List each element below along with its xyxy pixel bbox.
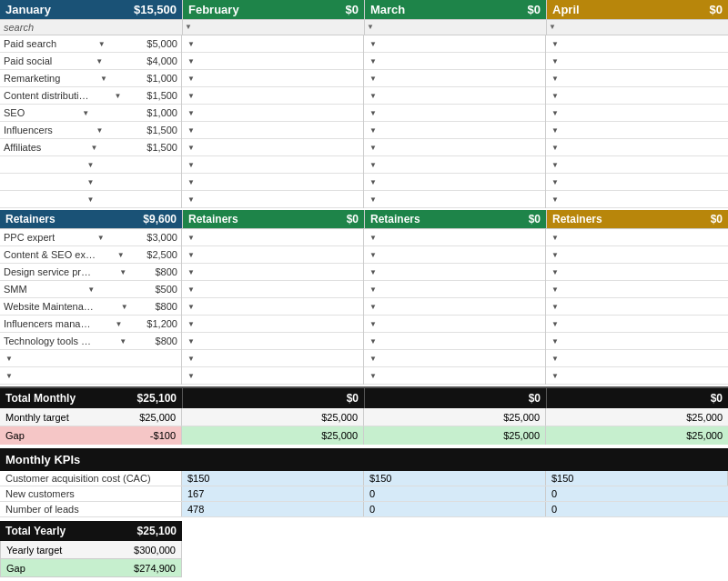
list-item: ▼ (546, 174, 728, 191)
list-item: ▼ (364, 229, 545, 246)
list-item: Technology tools …▼$800 (0, 333, 181, 350)
list-item: ▼ (364, 246, 545, 264)
feb-header: February $0 (182, 0, 364, 19)
kpi-newcust-jan: 167 (182, 486, 364, 501)
list-item: ▼ (364, 122, 545, 139)
kpi-cac-jan: $150 (182, 471, 364, 486)
list-item: ▼ (546, 229, 728, 246)
list-item: ▼ (546, 264, 728, 281)
list-item: ▼ (546, 191, 728, 208)
list-item: ▼ (546, 70, 728, 87)
list-item: SMM▼$500 (0, 281, 181, 298)
list-item: ▼ (0, 350, 181, 367)
list-item: ▼ (0, 156, 181, 174)
mar-retainer-header: Retainers $0 (364, 210, 546, 228)
list-item: ▼ (546, 122, 728, 139)
list-item: ▼ (0, 191, 181, 208)
list-item: Affiliates▼$1,500 (0, 139, 181, 156)
list-item: ▼ (364, 333, 545, 350)
kpi-cac-label: Customer acquisition cost (CAC) (0, 471, 182, 486)
list-item: ▼ (364, 35, 545, 53)
list-item: ▼ (546, 316, 728, 333)
list-item: ▼ (182, 156, 363, 174)
list-item: ▼ (182, 298, 363, 316)
kpi-leads-label: Number of leads (0, 502, 182, 516)
yearly-gap-row: Gap $274,900 (0, 559, 182, 577)
apr-total-monthly: $0 (546, 386, 728, 408)
apr-monthly-target: $25,000 (546, 408, 728, 426)
list-item: ▼ (182, 35, 363, 53)
list-item: ▼ (182, 174, 363, 191)
apr-search-empty: ▼ (546, 20, 728, 35)
list-item: ▼ (364, 281, 545, 298)
list-item: ▼ (364, 316, 545, 333)
kpi-cac-mar: $150 (546, 471, 728, 486)
apr-retainer-header: Retainers $0 (546, 210, 728, 228)
list-item: ▼ (546, 246, 728, 264)
list-item: ▼ (546, 105, 728, 122)
list-item: ▼ (364, 105, 545, 122)
list-item: ▼ (546, 298, 728, 316)
list-item: ▼ (182, 264, 363, 281)
mar-gap: $25,000 (364, 426, 546, 445)
list-item: ▼ (182, 87, 363, 105)
list-item: ▼ (546, 139, 728, 156)
apr-search-col: ▼ ▼ ▼ ▼ ▼ ▼ ▼ ▼ ▼ ▼ (546, 35, 728, 208)
jan-header: January $15,500 (0, 0, 182, 19)
list-item: ▼ (546, 156, 728, 174)
kpi-newcust-feb: 0 (364, 486, 546, 501)
list-item: ▼ (182, 333, 363, 350)
list-item: ▼ (182, 350, 363, 367)
list-item: ▼ (182, 105, 363, 122)
list-item: ▼ (364, 53, 545, 70)
kpi-newcust-mar: 0 (546, 486, 728, 501)
apr-header: April $0 (546, 0, 728, 19)
list-item: ▼ (546, 281, 728, 298)
list-item: ▼ (364, 174, 545, 191)
list-item: ▼ (182, 70, 363, 87)
list-item: ▼ (182, 281, 363, 298)
list-item: ▼ (182, 367, 363, 385)
list-item: ▼ (546, 35, 728, 53)
list-item: ▼ (0, 174, 181, 191)
list-item: ▼ (546, 350, 728, 367)
list-item: ▼ (364, 191, 545, 208)
list-item: ▼ (364, 350, 545, 367)
list-item: ▼ (364, 298, 545, 316)
apr-retainer-col: ▼ ▼ ▼ ▼ ▼ ▼ ▼ ▼ ▼ (546, 228, 728, 385)
jan-retainer-header: Retainers $9,600 (0, 210, 182, 228)
mar-header: March $0 (364, 0, 546, 19)
jan-monthly-target: Monthly target $25,000 (0, 408, 182, 426)
jan-retainer-col: PPC expert▼$3,000 Content & SEO ex…▼$2,5… (0, 228, 182, 385)
list-item: ▼ (364, 70, 545, 87)
mar-search-empty: ▼ (364, 20, 546, 35)
list-item: ▼ (364, 139, 545, 156)
feb-retainer-col: ▼ ▼ ▼ ▼ ▼ ▼ ▼ ▼ ▼ (182, 228, 364, 385)
list-item: ▼ (182, 246, 363, 264)
list-item: ▼ (182, 122, 363, 139)
list-item: Influencers▼$1,500 (0, 122, 181, 139)
kpi-cac-feb: $150 (364, 471, 546, 486)
list-item: Remarketing▼$1,000 (0, 70, 181, 87)
feb-monthly-target: $25,000 (182, 408, 364, 426)
kpi-leads-mar: 0 (546, 502, 728, 516)
list-item: PPC expert▼$3,000 (0, 229, 181, 246)
mar-total-monthly: $0 (364, 386, 546, 408)
mar-search-col: ▼ ▼ ▼ ▼ ▼ ▼ ▼ ▼ ▼ ▼ (364, 35, 546, 208)
feb-search-empty: ▼ (182, 20, 364, 35)
list-item: ▼ (364, 156, 545, 174)
list-item: Influencers mana…▼$1,200 (0, 316, 181, 333)
yearly-target-row: Yearly target $300,000 (0, 541, 182, 559)
list-item: Paid search▼$5,000 (0, 35, 181, 53)
list-item: SEO▼$1,000 (0, 105, 181, 122)
jan-search-col: Paid search▼$5,000 Paid social▼$4,000 Re… (0, 35, 182, 208)
list-item: ▼ (182, 316, 363, 333)
list-item: Design service pr…▼$800 (0, 264, 181, 281)
list-item: Content distributi…▼$1,500 (0, 87, 181, 105)
list-item: ▼ (546, 333, 728, 350)
list-item: ▼ (0, 367, 181, 385)
kpi-leads-feb: 0 (364, 502, 546, 516)
list-item: ▼ (182, 229, 363, 246)
jan-total-monthly: Total Monthly $25,100 (0, 386, 182, 408)
feb-gap: $25,000 (182, 426, 364, 445)
